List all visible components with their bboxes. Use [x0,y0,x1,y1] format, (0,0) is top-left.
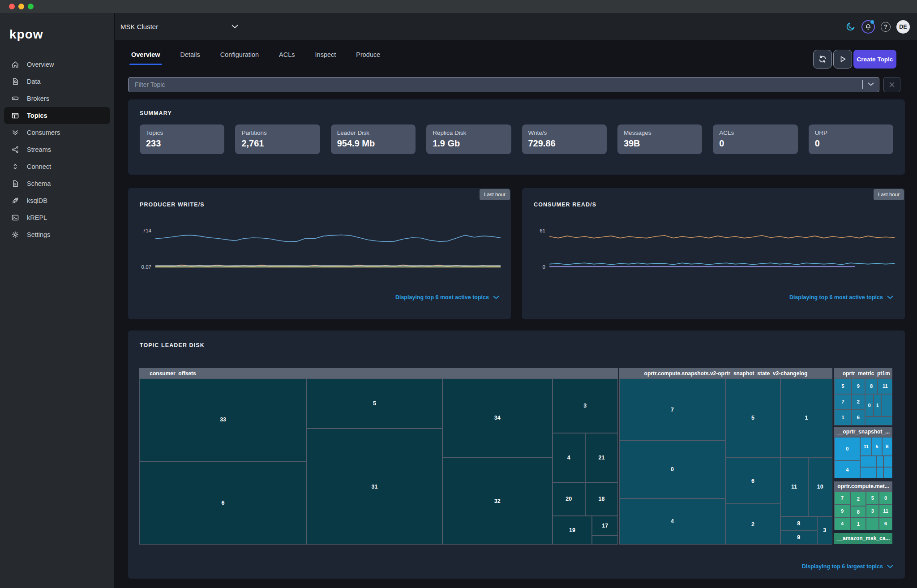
create-topic-button[interactable]: Create Topic [853,50,896,69]
treemap-cell[interactable]: 5 [866,492,879,504]
filter-topic-input[interactable] [128,77,879,92]
treemap-cell[interactable]: 10 [808,458,832,516]
treemap-cell[interactable]: 4 [553,433,585,482]
treemap-cell[interactable]: 0 [619,441,725,498]
sidebar-item-krepl[interactable]: kREPL [4,209,110,226]
treemap-cell[interactable] [592,536,618,545]
treemap-cell[interactable]: 7 [834,492,850,504]
treemap-cell[interactable]: 7 [834,394,852,410]
treemap-cell[interactable]: 6 [139,461,307,545]
treemap-cell[interactable]: 3 [866,504,879,517]
treemap-section-title[interactable]: __amazon_msk_ca... [834,533,892,544]
sidebar-item-ksqldb[interactable]: ksqlDB [4,192,110,209]
treemap-cell[interactable]: 21 [585,433,618,482]
sidebar-item-topics[interactable]: Topics [4,107,110,124]
treemap-cell[interactable]: 20 [553,482,585,516]
largest-topics-link[interactable]: Displaying top 6 largest topics [802,563,893,570]
avatar[interactable]: DE [896,20,910,34]
treemap-cell[interactable]: 1 [780,378,832,458]
treemap-section-title[interactable]: __consumer_offsets [139,368,618,378]
treemap-cell[interactable]: 5 [725,378,780,458]
treemap-cell[interactable]: 1 [874,394,881,416]
treemap-cell[interactable]: 17 [592,516,618,536]
treemap-cell[interactable]: 9 [852,378,865,394]
treemap-cell[interactable] [860,456,876,467]
treemap-cell[interactable]: 33 [139,378,307,461]
treemap-cell[interactable]: 2 [850,492,866,506]
cluster-selector[interactable]: MSK Cluster [120,13,158,40]
treemap-cell[interactable]: 34 [442,378,553,458]
treemap-cell[interactable]: 31 [307,429,442,545]
sidebar-item-overview[interactable]: Overview [4,56,110,73]
treemap-cell[interactable]: 32 [442,458,553,545]
sidebar-item-brokers[interactable]: Brokers [4,90,110,107]
sidebar-item-streams[interactable]: Streams [4,141,110,158]
tab-produce[interactable]: Produce [355,47,381,65]
treemap-cell[interactable]: 2 [725,504,780,545]
close-button[interactable] [9,4,15,9]
consumer-topics-link[interactable]: Displaying top 6 most active topics [789,294,893,300]
treemap-cell[interactable]: 8 [882,437,892,456]
treemap-cell[interactable] [866,517,879,530]
treemap-section-title[interactable]: __oprtr_metric_pt1m [834,368,892,378]
treemap-cell[interactable]: 0 [865,394,874,416]
treemap-cell[interactable] [860,467,876,478]
help-icon[interactable]: ? [881,22,891,32]
treemap-section-title[interactable]: oprtr.compute.met... [834,481,892,492]
treemap-cell[interactable]: 8 [865,378,878,394]
treemap-cell[interactable]: 4 [619,498,725,545]
treemap-cell[interactable] [883,467,892,478]
sidebar-item-settings[interactable]: Settings [4,226,110,243]
treemap-cell[interactable]: 3 [817,516,832,545]
treemap-cell[interactable]: 1 [834,409,852,425]
treemap-cell[interactable]: 11 [879,504,892,517]
treemap-cell[interactable] [865,416,892,425]
filter-dropdown-chevron-icon[interactable] [868,82,874,86]
treemap-cell[interactable] [881,394,892,416]
treemap-cell[interactable]: 11 [860,437,872,456]
dark-mode-moon-icon[interactable] [845,21,856,32]
treemap-cell[interactable] [876,456,884,467]
treemap-cell[interactable]: 6 [852,409,865,425]
treemap-cell[interactable]: 11 [878,378,892,394]
tab-overview[interactable]: Overview [130,47,161,65]
treemap-cell[interactable] [876,467,884,478]
tab-details[interactable]: Details [180,47,201,65]
treemap-section-title[interactable]: __oprtr_snapshot_... [834,427,892,437]
treemap-cell[interactable]: 18 [585,482,618,516]
tab-acls[interactable]: ACLs [278,47,296,65]
minimize-button[interactable] [18,4,24,9]
clear-filter-button[interactable] [883,77,900,92]
treemap-cell[interactable]: 8 [780,516,817,531]
treemap-cell[interactable]: 3 [553,378,618,433]
zoom-button[interactable] [28,4,34,9]
treemap-cell[interactable]: 19 [553,516,592,545]
sidebar-item-schema[interactable]: Schema [4,175,110,192]
treemap-section-title[interactable]: oprtr.compute.snapshots.v2-oprtr_snaphot… [619,368,832,378]
treemap-cell[interactable]: 4 [834,517,850,530]
treemap-cell[interactable]: 0 [879,492,892,504]
treemap-cell[interactable]: 8 [850,506,866,518]
treemap-cell[interactable]: 5 [872,437,882,456]
treemap-cell[interactable]: 0 [834,437,861,461]
sidebar-item-connect[interactable]: Connect [4,158,110,175]
notifications-bell-icon[interactable] [861,20,875,34]
treemap-cell[interactable] [883,456,892,467]
refresh-button[interactable] [813,50,832,69]
tab-configuration[interactable]: Configuration [219,47,260,65]
sidebar-item-consumers[interactable]: Consumers [4,124,110,141]
treemap-cell[interactable]: 7 [619,378,725,441]
treemap-cell[interactable]: 11 [780,458,808,516]
treemap-cell[interactable]: 6 [725,458,780,504]
play-button[interactable] [833,50,852,69]
sidebar-item-data[interactable]: Data [4,73,110,90]
treemap-cell[interactable]: 5 [834,378,852,394]
treemap-cell[interactable]: 1 [850,518,866,530]
producer-topics-link[interactable]: Displaying top 6 most active topics [395,294,499,300]
treemap-cell[interactable]: 9 [780,530,817,545]
treemap-cell[interactable]: 6 [879,517,892,530]
treemap-cell[interactable]: 2 [852,394,865,410]
treemap-cell[interactable]: 4 [834,461,861,478]
treemap-cell[interactable]: 5 [307,378,442,429]
treemap-cell[interactable]: 9 [834,504,850,517]
